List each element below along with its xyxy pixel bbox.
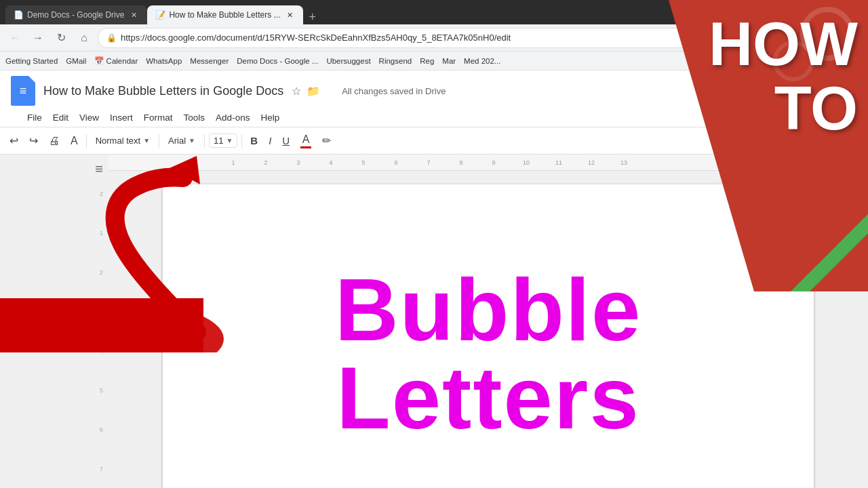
tab-1-icon: 📄 (14, 10, 23, 20)
docs-toolbar: ↩ ↪ 🖨 A Normal text ▼ Arial ▼ 11 ▼ B I U… (0, 127, 868, 155)
ruler-6: 6 (380, 159, 412, 166)
new-tab-button[interactable]: + (303, 10, 321, 24)
ruler-side-1: 1 (100, 230, 103, 237)
text-style-select[interactable]: Normal text ▼ (91, 134, 155, 148)
tab-1-title: Demo Docs - Google Drive (27, 10, 124, 20)
docs-title-row: ≡ How to Make Bubble Letters in Google D… (11, 76, 857, 108)
docs-app: ≡ How to Make Bubble Letters in Google D… (0, 70, 868, 488)
folder-icon[interactable]: 📁 (307, 85, 320, 98)
ruler-1: 1 (217, 159, 250, 166)
ruler-7: 7 (412, 159, 445, 166)
bookmark-getting-started[interactable]: Getting Started (5, 57, 58, 65)
text-color-letter: A (302, 134, 310, 146)
ruler-8: 8 (445, 159, 477, 166)
tab-2-icon: 📝 (155, 10, 165, 20)
page-wrapper: Bubble Letters (108, 171, 868, 488)
bookmark-ubersuggest[interactable]: Ubersuggest (326, 57, 370, 65)
ruler-11: 11 (542, 159, 575, 166)
bookmark-gmail[interactable]: GMail (66, 57, 86, 65)
saved-status: All changes saved in Drive (342, 86, 446, 96)
text-color-button[interactable]: A (296, 131, 315, 151)
ruler-horizontal: 1 2 3 4 5 6 7 8 9 10 11 12 13 (108, 155, 868, 171)
ruler-10: 10 (510, 159, 542, 166)
nav-bar: ← → ↻ ⌂ 🔒 https://docs.google.com/docume… (0, 24, 868, 52)
paint-format-button[interactable]: A (66, 132, 82, 150)
menu-help[interactable]: Help (255, 110, 285, 125)
font-size-arrow: ▼ (226, 137, 233, 144)
tab-2-close[interactable]: ✕ (284, 9, 295, 20)
sidebar-doc-icon[interactable]: ≡ (95, 161, 103, 177)
underline-button[interactable]: U (278, 132, 294, 149)
docs-menu: File Edit View Insert Format Tools Add-o… (11, 108, 857, 127)
bookmark-calendar[interactable]: 📅 Calendar (94, 56, 138, 66)
docs-logo-lines: ≡ (20, 84, 27, 98)
docs-body: ≡ 2 1 2 3 4 5 6 7 1 2 3 4 5 6 7 8 (0, 155, 868, 488)
text-color-btn-inner: A (300, 134, 311, 148)
font-value: Arial (168, 136, 186, 146)
forward-button[interactable]: → (28, 28, 47, 47)
tab-2-title: How to Make Bubble Letters ... (169, 10, 280, 20)
bookmark-mar[interactable]: Mar (442, 57, 456, 65)
bookmark-messenger[interactable]: Messenger (190, 57, 229, 65)
browser-chrome: 📄 Demo Docs - Google Drive ✕ 📝 How to Ma… (0, 0, 868, 70)
bubble-letters-text: Bubble Letters (217, 266, 760, 442)
ruler-side-2b: 2 (100, 269, 103, 276)
lock-icon: 🔒 (106, 33, 117, 43)
bookmark-whatsapp[interactable]: WhatsApp (146, 57, 182, 65)
docs-title-icons: ☆ 📁 (292, 85, 320, 98)
ruler-side-7: 7 (100, 466, 103, 472)
back-button[interactable]: ← (5, 28, 24, 47)
text-style-arrow: ▼ (143, 137, 150, 144)
bold-button[interactable]: B (246, 132, 262, 149)
sidebar-left: ≡ 2 1 2 3 4 5 6 7 (0, 155, 108, 488)
bookmarks-bar: Getting Started GMail 📅 Calendar WhatsAp… (0, 52, 868, 70)
document-title[interactable]: How to Make Bubble Letters in Google Doc… (43, 84, 283, 98)
ruler-12: 12 (575, 159, 608, 166)
undo-button[interactable]: ↩ (5, 131, 22, 150)
star-icon[interactable]: ☆ (292, 85, 301, 98)
menu-tools[interactable]: Tools (178, 110, 211, 125)
ruler-9: 9 (477, 159, 510, 166)
ruler-4: 4 (315, 159, 347, 166)
ruler-13: 13 (608, 159, 640, 166)
tab-1-close[interactable]: ✕ (128, 9, 139, 20)
font-arrow: ▼ (189, 137, 195, 144)
address-text: https://docs.google.com/document/d/15RYW… (121, 33, 854, 43)
toolbar-sep-1 (86, 134, 87, 148)
font-size-select[interactable]: 11 ▼ (209, 134, 237, 148)
menu-addons[interactable]: Add-ons (210, 110, 255, 125)
ruler-5: 5 (347, 159, 380, 166)
menu-view[interactable]: View (74, 110, 104, 125)
ruler-3: 3 (282, 159, 315, 166)
document-page[interactable]: Bubble Letters (163, 184, 814, 488)
tab-2[interactable]: 📝 How to Make Bubble Letters ... ✕ (147, 5, 303, 24)
text-color-bar (300, 146, 311, 148)
print-button[interactable]: 🖨 (45, 132, 64, 150)
tab-1[interactable]: 📄 Demo Docs - Google Drive ✕ (5, 5, 147, 24)
toolbar-sep-2 (159, 134, 159, 148)
address-bar[interactable]: 🔒 https://docs.google.com/document/d/15R… (98, 28, 863, 48)
ruler-2: 2 (250, 159, 282, 166)
toolbar-sep-4 (241, 134, 242, 148)
font-select[interactable]: Arial ▼ (163, 134, 200, 148)
docs-logo: ≡ (11, 76, 35, 106)
bookmark-med[interactable]: Med 202... (464, 57, 500, 65)
menu-insert[interactable]: Insert (104, 110, 138, 125)
text-style-value: Normal text (96, 136, 140, 146)
home-button[interactable]: ⌂ (75, 28, 94, 47)
doc-area: 1 2 3 4 5 6 7 8 9 10 11 12 13 Bubble Let… (108, 155, 868, 488)
bookmark-reg[interactable]: Reg (420, 57, 434, 65)
ruler-side-3: 3 (100, 308, 103, 315)
redo-button[interactable]: ↪ (25, 131, 42, 150)
menu-file[interactable]: File (22, 110, 47, 125)
reload-button[interactable]: ↻ (52, 28, 71, 47)
italic-button[interactable]: I (264, 132, 275, 149)
ruler-side-4: 4 (100, 348, 103, 354)
menu-edit[interactable]: Edit (47, 110, 74, 125)
docs-header: ≡ How to Make Bubble Letters in Google D… (0, 70, 868, 127)
ruler-side-6: 6 (100, 426, 103, 433)
bookmark-demodocs[interactable]: Demo Docs - Google ... (237, 57, 318, 65)
bookmark-ringsend[interactable]: Ringsend (379, 57, 412, 65)
highlight-button[interactable]: ✏ (318, 131, 335, 150)
menu-format[interactable]: Format (138, 110, 178, 125)
